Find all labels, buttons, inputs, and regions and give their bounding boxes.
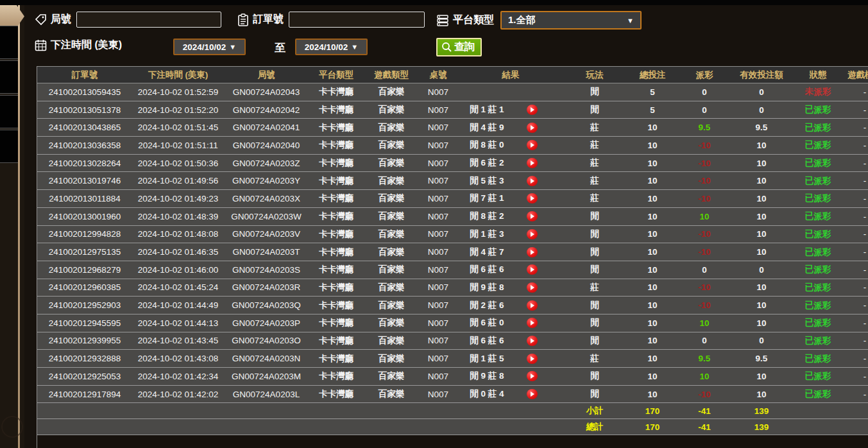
sidebar-item[interactable] — [0, 26, 18, 59]
cell-platform: 卡卡灣廳 — [309, 119, 364, 137]
platform-filter-label: 平台類型 — [453, 13, 494, 27]
cell-bet-time: 2024-10-02 01:49:56 — [132, 172, 224, 190]
replay-button[interactable] — [527, 123, 538, 133]
date-from-picker[interactable]: 2024/10/02 ▼ — [173, 39, 246, 55]
cell-total-bet: 5 — [625, 101, 679, 119]
col-status: 狀態 — [794, 67, 842, 83]
chevron-down-icon: ▼ — [229, 43, 236, 51]
cell-status: 已派彩 — [794, 190, 842, 208]
cell-result: 閒 9 莊 8 — [457, 279, 564, 297]
round-filter-label: 局號 — [51, 13, 71, 26]
cell-total-bet: 10 — [625, 119, 679, 137]
replay-button[interactable] — [527, 264, 538, 275]
col-order-no: 訂單號 — [37, 67, 132, 83]
cell-game-mode: - — [842, 207, 868, 225]
replay-button[interactable] — [527, 193, 538, 203]
cell-round-no: GN00724A02041 — [224, 119, 309, 137]
sidebar-active-tab[interactable] — [0, 5, 24, 28]
table-row: 241002012925053 2024-10-02 01:42:34 GN00… — [37, 368, 868, 386]
subtotal-row: 小計 170 -41 139 — [37, 403, 868, 419]
replay-button[interactable] — [527, 158, 538, 168]
cell-bet-time: 2024-10-02 01:46:35 — [132, 243, 224, 261]
replay-button[interactable] — [527, 211, 538, 221]
cell-round-no: GN00724A0203T — [224, 243, 309, 261]
cell-round-no: GN00724A0203L — [224, 385, 309, 403]
order-filter-label: 訂單號 — [253, 13, 284, 26]
platform-select[interactable]: 1.全部 ▼ — [500, 11, 642, 30]
cell-game-type: 百家樂 — [364, 172, 419, 190]
cell-bet-side: 莊 — [564, 279, 625, 297]
cell-payout: -10 — [679, 154, 729, 172]
replay-button[interactable] — [527, 229, 538, 239]
replay-button[interactable] — [527, 105, 538, 115]
order-number-input[interactable] — [289, 12, 425, 28]
subtotal-valid-bet: 139 — [729, 403, 794, 419]
cell-total-bet: 10 — [625, 207, 679, 225]
sidebar-item[interactable] — [0, 95, 18, 128]
round-number-input[interactable] — [76, 12, 221, 28]
cell-result: 閒 6 莊 2 — [457, 154, 564, 172]
cell-round-no: GN00724A0203Q — [224, 297, 309, 314]
cell-game-mode: - — [842, 172, 868, 190]
replay-button[interactable] — [527, 176, 538, 186]
cell-bet-side: 閒 — [564, 368, 625, 386]
cell-bet-time: 2024-10-02 01:45:24 — [132, 279, 224, 297]
cell-bet-side: 閒 — [564, 207, 625, 225]
replay-button[interactable] — [527, 354, 538, 364]
replay-button[interactable] — [527, 318, 538, 328]
cell-platform: 卡卡灣廳 — [309, 297, 364, 314]
search-button[interactable]: 查詢 — [436, 38, 482, 56]
cell-result: 閒 6 莊 0 — [457, 314, 564, 332]
cell-bet-time: 2024-10-02 01:50:36 — [132, 154, 224, 172]
cell-valid-bet: 10 — [729, 368, 794, 386]
bet-records-table: 訂單號 下注時間 (美東) 局號 平台類型 遊戲類型 桌號 結果 玩法 總投注 … — [37, 66, 868, 435]
cell-valid-bet: 0 — [729, 83, 794, 101]
date-to-picker[interactable]: 2024/10/02 ▼ — [295, 39, 368, 55]
cell-platform: 卡卡灣廳 — [309, 243, 364, 261]
cell-round-no: GN00724A02040 — [224, 137, 309, 155]
table-header-row: 訂單號 下注時間 (美東) 局號 平台類型 遊戲類型 桌號 結果 玩法 總投注 … — [37, 67, 868, 83]
cell-total-bet: 10 — [625, 314, 679, 332]
cell-total-bet: 10 — [625, 279, 679, 297]
cell-game-mode: - — [842, 243, 868, 261]
replay-button[interactable] — [527, 282, 538, 293]
background-artifact — [1, 416, 23, 438]
cell-platform: 卡卡灣廳 — [309, 154, 364, 172]
result-text: 閒 9 莊 8 — [457, 282, 516, 293]
subtotal-label: 小計 — [564, 403, 625, 419]
table-row: 241002012994828 2024-10-02 01:48:08 GN00… — [37, 225, 868, 243]
cell-result — [457, 83, 564, 101]
cell-valid-bet: 10 — [729, 154, 794, 172]
sidebar-item[interactable] — [0, 60, 18, 94]
cell-table-no: N007 — [419, 101, 457, 119]
cell-game-mode: - — [842, 119, 868, 137]
table-row: 241002012932888 2024-10-02 01:43:08 GN00… — [37, 350, 868, 368]
replay-button[interactable] — [527, 140, 538, 150]
replay-button[interactable] — [527, 336, 538, 346]
cell-game-type: 百家樂 — [364, 368, 419, 386]
date-to-value: 2024/10/02 — [305, 42, 348, 52]
cell-game-mode: - — [842, 368, 868, 386]
cell-payout: 0 — [679, 332, 729, 350]
cell-status: 已派彩 — [794, 225, 842, 243]
cell-platform: 卡卡灣廳 — [309, 172, 364, 190]
replay-button[interactable] — [527, 247, 538, 257]
cell-bet-side: 閒 — [564, 297, 625, 314]
cell-payout: 10 — [679, 368, 729, 386]
replay-button[interactable] — [527, 389, 538, 399]
cell-platform: 卡卡灣廳 — [309, 83, 364, 101]
cell-platform: 卡卡灣廳 — [309, 350, 364, 368]
cell-game-type: 百家樂 — [364, 154, 419, 172]
cell-game-type: 百家樂 — [364, 207, 419, 225]
table-row: 241002012939955 2024-10-02 01:43:45 GN00… — [37, 332, 868, 350]
cell-platform: 卡卡灣廳 — [309, 190, 364, 208]
grand-total-payout: -41 — [679, 419, 729, 435]
result-text: 閒 1 莊 3 — [457, 228, 516, 240]
subtotal-total-bet: 170 — [625, 403, 679, 419]
replay-button[interactable] — [527, 300, 538, 311]
replay-button[interactable] — [527, 371, 538, 381]
sidebar-item[interactable] — [0, 130, 18, 163]
cell-game-type: 百家樂 — [364, 314, 419, 332]
cell-game-mode: - — [842, 314, 868, 332]
cell-game-mode: - — [842, 225, 868, 243]
